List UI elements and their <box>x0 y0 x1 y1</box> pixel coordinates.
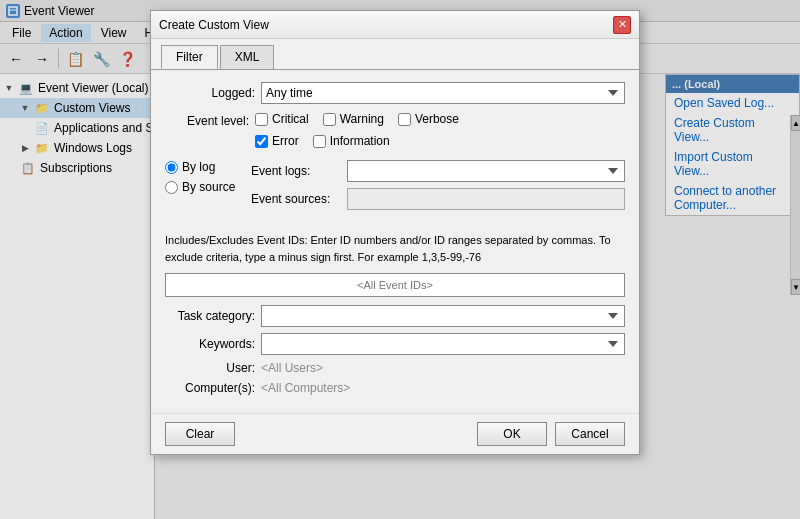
information-label: Information <box>330 134 390 148</box>
by-log-text: By log <box>182 160 215 174</box>
checkbox-information[interactable]: Information <box>313 134 390 148</box>
computer-label: Computer(s): <box>165 381 255 395</box>
ok-button[interactable]: OK <box>477 422 547 446</box>
by-log-radio-label[interactable]: By log <box>165 160 245 174</box>
description-text: Includes/Excludes Event IDs: Enter ID nu… <box>165 224 625 269</box>
by-source-radio-label[interactable]: By source <box>165 180 245 194</box>
computer-value: <All Computers> <box>261 381 350 395</box>
user-value: <All Users> <box>261 361 323 375</box>
radio-column: By log By source <box>165 160 245 216</box>
user-label: User: <box>165 361 255 375</box>
task-category-row: Task category: <box>165 305 625 327</box>
keywords-label: Keywords: <box>165 337 255 351</box>
event-level-section: Event level: Critical Warning <box>165 112 625 152</box>
event-level-label: Event level: <box>165 112 255 152</box>
dialog-content: Logged: Any time Last hour Last 12 hours… <box>151 69 639 413</box>
checkbox-verbose[interactable]: Verbose <box>398 112 459 126</box>
event-logs-select[interactable] <box>347 160 625 182</box>
keywords-select[interactable] <box>261 333 625 355</box>
logged-select[interactable]: Any time Last hour Last 12 hours Last 24… <box>261 82 625 104</box>
checkbox-critical[interactable]: Critical <box>255 112 309 126</box>
computer-row: Computer(s): <All Computers> <box>165 381 625 395</box>
task-category-label: Task category: <box>165 309 255 323</box>
checkbox-error[interactable]: Error <box>255 134 299 148</box>
by-log-radio[interactable] <box>165 161 178 174</box>
critical-checkbox[interactable] <box>255 113 268 126</box>
dialog-close-button[interactable]: ✕ <box>613 16 631 34</box>
checkboxes-row-2: Error Information <box>255 134 473 148</box>
event-sources-label: Event sources: <box>251 192 341 206</box>
cancel-button[interactable]: Cancel <box>555 422 625 446</box>
tab-filter[interactable]: Filter <box>161 45 218 69</box>
checkbox-warning[interactable]: Warning <box>323 112 384 126</box>
keywords-row: Keywords: <box>165 333 625 355</box>
error-label: Error <box>272 134 299 148</box>
create-custom-view-dialog: Create Custom View ✕ Filter XML Logged: … <box>150 10 640 455</box>
log-source-section: By log By source Event logs: <box>165 160 625 216</box>
checkboxes-row-1: Critical Warning Verbose <box>255 112 473 126</box>
verbose-label: Verbose <box>415 112 459 126</box>
error-checkbox[interactable] <box>255 135 268 148</box>
clear-button[interactable]: Clear <box>165 422 235 446</box>
information-checkbox[interactable] <box>313 135 326 148</box>
tab-xml[interactable]: XML <box>220 45 275 69</box>
logged-row: Logged: Any time Last hour Last 12 hours… <box>165 82 625 104</box>
user-row: User: <All Users> <box>165 361 625 375</box>
by-source-radio[interactable] <box>165 181 178 194</box>
warning-checkbox[interactable] <box>323 113 336 126</box>
event-sources-row: Event sources: <box>251 188 625 210</box>
task-category-select[interactable] <box>261 305 625 327</box>
by-source-text: By source <box>182 180 235 194</box>
critical-label: Critical <box>272 112 309 126</box>
event-sources-select[interactable] <box>347 188 625 210</box>
warning-label: Warning <box>340 112 384 126</box>
event-ids-input[interactable] <box>165 273 625 297</box>
event-logs-label: Event logs: <box>251 164 341 178</box>
dialog-title: Create Custom View <box>159 18 269 32</box>
logged-label: Logged: <box>165 86 255 100</box>
verbose-checkbox[interactable] <box>398 113 411 126</box>
dialog-tabs: Filter XML <box>151 39 639 69</box>
dialog-title-bar: Create Custom View ✕ <box>151 11 639 39</box>
main-window: Event Viewer File Action View Help ← → 📋… <box>0 0 800 519</box>
log-fields-col: Event logs: Event sources: <box>251 160 625 216</box>
event-logs-row: Event logs: <box>251 160 625 182</box>
